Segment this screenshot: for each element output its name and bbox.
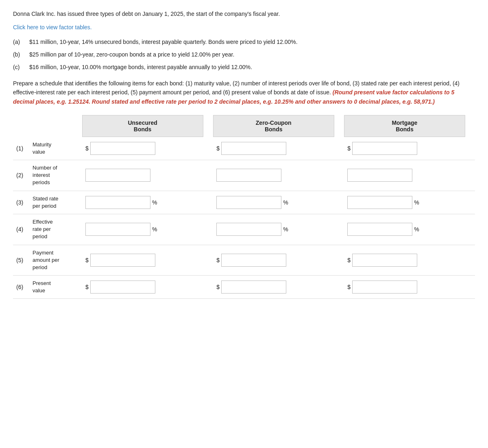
input-row2-col3[interactable]	[347, 169, 412, 182]
currency-prefix-row6-col3: $	[347, 284, 351, 290]
row-number-5: (5)	[13, 245, 29, 276]
input-wrapper-row2-col3	[347, 169, 462, 182]
list-text-a: $11 million, 10-year, 14% unsecured bond…	[29, 38, 298, 46]
input-cell-row2-col3	[344, 160, 465, 191]
currency-prefix-row6-col1: $	[85, 284, 89, 290]
currency-prefix-row5-col2: $	[216, 257, 220, 263]
input-cell-row6-col1: $	[82, 276, 203, 299]
gap-col-0	[203, 160, 213, 191]
gap-col-1	[334, 245, 344, 276]
input-wrapper-row6-col3: $	[347, 281, 462, 294]
gap-col-1	[334, 214, 344, 245]
input-cell-row1-col1: $	[82, 137, 203, 160]
input-row5-col2[interactable]	[221, 254, 286, 267]
input-wrapper-row2-col2	[216, 169, 331, 182]
input-cell-row3-col3: %	[344, 191, 465, 214]
gap-col-1	[334, 191, 344, 214]
input-cell-row1-col2: $	[213, 137, 334, 160]
row-desc-1: Maturityvalue	[29, 137, 82, 160]
gap-col-0	[203, 214, 213, 245]
input-cell-row2-col2	[213, 160, 334, 191]
input-wrapper-row3-col1: %	[85, 196, 200, 209]
trailing-gap-row1	[465, 137, 475, 160]
list-text-c: $16 million, 10-year, 10.00% mortgage bo…	[29, 63, 252, 72]
gap-col-0	[203, 276, 213, 299]
input-wrapper-row5-col2: $	[216, 254, 331, 267]
input-cell-row6-col2: $	[213, 276, 334, 299]
col-header-mortgage-line2: Bonds	[396, 126, 414, 133]
currency-prefix-row6-col2: $	[216, 284, 220, 290]
list-item-b: (b) $25 million par of 10-year, zero-cou…	[13, 50, 475, 59]
bond-list: (a) $11 million, 10-year, 14% unsecured …	[13, 38, 475, 72]
row-desc-5: Paymentamount perperiod	[29, 245, 82, 276]
table-row-4: (4)Effectiverate perperiod%%%	[13, 214, 475, 245]
percent-suffix-row4-col2: %	[283, 226, 288, 233]
percent-suffix-row3-col3: %	[414, 199, 419, 206]
input-row2-col1[interactable]	[85, 169, 150, 182]
input-cell-row3-col2: %	[213, 191, 334, 214]
list-label-b: (b)	[13, 50, 29, 59]
row-number-6: (6)	[13, 276, 29, 299]
input-row6-col3[interactable]	[352, 281, 417, 294]
input-wrapper-row3-col3: %	[347, 196, 462, 209]
input-cell-row3-col1: %	[82, 191, 203, 214]
factor-tables-link[interactable]: Click here to view factor tables.	[13, 24, 92, 30]
input-wrapper-row4-col1: %	[85, 223, 200, 236]
currency-prefix-row1-col1: $	[85, 145, 89, 152]
gap-col-1	[334, 160, 344, 191]
list-label-c: (c)	[13, 63, 29, 72]
row-number-2: (2)	[13, 160, 29, 191]
input-wrapper-row3-col2: %	[216, 196, 331, 209]
input-row2-col2[interactable]	[216, 169, 281, 182]
table-row-3: (3)Stated rateper period%%%	[13, 191, 475, 214]
table-empty-header	[13, 115, 82, 137]
currency-prefix-row5-col1: $	[85, 257, 89, 263]
description-block: Prepare a schedule that identifies the f…	[13, 79, 475, 106]
schedule-table: Unsecured Bonds Zero-Coupon Bonds Mortga…	[13, 115, 475, 299]
input-cell-row4-col3: %	[344, 214, 465, 245]
input-cell-row5-col3: $	[344, 245, 465, 276]
input-wrapper-row6-col1: $	[85, 281, 200, 294]
input-row3-col3[interactable]	[347, 196, 412, 209]
row-desc-3: Stated rateper period	[29, 191, 82, 214]
input-row4-col3[interactable]	[347, 223, 412, 236]
input-row6-col2[interactable]	[221, 281, 286, 294]
input-wrapper-row5-col3: $	[347, 254, 462, 267]
input-cell-row1-col3: $	[344, 137, 465, 160]
trailing-gap-row4	[465, 214, 475, 245]
currency-prefix-row1-col2: $	[216, 145, 220, 152]
input-row4-col2[interactable]	[216, 223, 281, 236]
input-cell-row4-col1: %	[82, 214, 203, 245]
input-row5-col3[interactable]	[352, 254, 417, 267]
input-row1-col1[interactable]	[90, 142, 155, 155]
input-row3-col2[interactable]	[216, 196, 281, 209]
table-row-2: (2)Number ofinterestperiods	[13, 160, 475, 191]
table-row-1: (1)Maturityvalue$$$	[13, 137, 475, 160]
col-header-zc-line2: Bonds	[265, 126, 283, 133]
list-item-a: (a) $11 million, 10-year, 14% unsecured …	[13, 38, 475, 46]
list-text-b: $25 million par of 10-year, zero-coupon …	[29, 50, 234, 59]
col-header-zerocoupon: Zero-Coupon Bonds	[213, 115, 334, 137]
row-number-1: (1)	[13, 137, 29, 160]
col-header-mortgage: Mortgage Bonds	[344, 115, 465, 137]
input-row4-col1[interactable]	[85, 223, 150, 236]
col-header-mortgage-line1: Mortgage	[392, 120, 417, 126]
list-label-a: (a)	[13, 38, 29, 46]
percent-suffix-row4-col3: %	[414, 226, 419, 233]
input-wrapper-row6-col2: $	[216, 281, 331, 294]
col-header-unsecured-line1: Unsecured	[128, 120, 157, 126]
input-cell-row6-col3: $	[344, 276, 465, 299]
input-row3-col1[interactable]	[85, 196, 150, 209]
input-row5-col1[interactable]	[90, 254, 155, 267]
input-wrapper-row2-col1	[85, 169, 200, 182]
row-desc-2: Number ofinterestperiods	[29, 160, 82, 191]
input-row1-col3[interactable]	[352, 142, 417, 155]
input-wrapper-row1-col3: $	[347, 142, 462, 155]
gap-col-1	[334, 276, 344, 299]
input-cell-row2-col1	[82, 160, 203, 191]
input-row6-col1[interactable]	[90, 281, 155, 294]
table-row-6: (6)Presentvalue$$$	[13, 276, 475, 299]
input-row1-col2[interactable]	[221, 142, 286, 155]
input-cell-row4-col2: %	[213, 214, 334, 245]
gap-col-0	[203, 191, 213, 214]
